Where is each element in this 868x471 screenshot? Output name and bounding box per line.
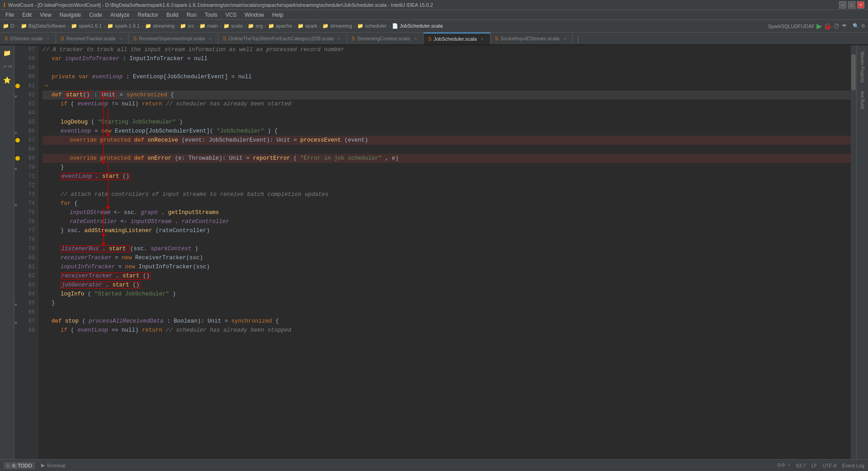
menu-file[interactable]: File <box>2 11 18 19</box>
profile-button[interactable]: ⏱ <box>833 23 840 30</box>
tab-jobscheduler[interactable]: S JobScheduler.scala × <box>424 33 491 44</box>
menu-run[interactable]: Run <box>183 11 200 19</box>
todo-tab[interactable]: 6: 6: TODO <box>4 462 35 469</box>
menu-vcs[interactable]: VCS <box>222 11 241 19</box>
minimize-button[interactable]: ─ <box>839 1 846 9</box>
code-line-71: eventLoop . start () <box>42 172 852 181</box>
fold-74[interactable]: ▼ <box>14 201 17 210</box>
tab-close-streamingcontext[interactable]: × <box>412 35 419 42</box>
fold-62[interactable]: ▼ <box>14 93 17 102</box>
tab-close-socketinput[interactable]: × <box>561 35 568 42</box>
line-num-81: 81 <box>14 262 38 271</box>
breadcrumb-src[interactable]: 📁 src <box>180 23 194 29</box>
tab-close-receiversupervisor[interactable]: × <box>207 35 213 42</box>
breadcrumb-org[interactable]: 📁 org <box>248 23 263 29</box>
breadcrumb-spark161[interactable]: 📁 spark1.6.1 <box>71 23 102 29</box>
line-num-86: 86 <box>14 308 38 317</box>
tabs-overflow-button[interactable]: ⋮ <box>575 35 582 44</box>
breadcrumb-bigdata[interactable]: 📁 BigDataSoftware <box>21 23 66 29</box>
run-button[interactable]: ▶ <box>816 22 822 30</box>
arrow-indicator-61: → <box>44 81 48 90</box>
menu-tools[interactable]: Tools <box>201 11 221 19</box>
editor-area[interactable]: 57 58 59 60 61 62 ▼ 63 64 65 66 ▼ <box>14 45 856 459</box>
breadcrumb-streaming[interactable]: 📁 streaming <box>145 23 175 29</box>
line-num-68: 68 <box>14 145 38 154</box>
maximize-button[interactable]: □ <box>848 1 855 9</box>
tab-close-dstream[interactable]: × <box>45 35 51 42</box>
code-line-66: eventLoop = new EventLoop[JobSchedulerEv… <box>42 127 852 136</box>
tab-close-receivertracker[interactable]: × <box>118 35 124 42</box>
line-num-82: 82 <box>14 271 38 281</box>
scrollbar-thumb[interactable] <box>851 54 856 90</box>
fold-85[interactable]: ▼ <box>14 301 17 310</box>
search-everywhere-button[interactable]: 🔍 <box>853 23 859 29</box>
breadcrumb-file[interactable]: 📄 JobScheduler.scala <box>392 23 443 29</box>
breadcrumb-spark-161[interactable]: 📁 spark-1.6.1 <box>107 23 140 29</box>
code-line-68 <box>42 145 852 154</box>
menu-edit[interactable]: Edit <box>19 11 35 19</box>
line-num-65: 65 <box>14 118 38 127</box>
line-num-63: 63 <box>14 100 38 109</box>
line-num-85: 85 ▼ <box>14 299 38 308</box>
breadcrumb-scala[interactable]: 📁 scala <box>223 23 243 29</box>
tab-dstream[interactable]: S DStream.scala × <box>0 33 56 44</box>
menu-view[interactable]: View <box>36 11 55 19</box>
settings-button[interactable]: ⚙ <box>861 23 865 29</box>
line-numbers: 57 58 59 60 61 62 ▼ 63 64 65 66 ▼ <box>14 45 38 459</box>
breadcrumb-d[interactable]: 📁 D: <box>3 23 15 29</box>
menu-refactor[interactable]: Refactor <box>134 11 162 19</box>
code-line-79: listenerBus . start (ssc. sparkContext ) <box>42 244 852 253</box>
sidebar-structure[interactable]: St <box>1 61 13 72</box>
breadcrumb-scheduler[interactable]: 📁 scheduler <box>357 23 387 29</box>
breadcrumb-main[interactable]: 📁 main <box>199 23 218 29</box>
coverage-button[interactable]: ☂ <box>841 23 847 30</box>
tab-streamingcontext[interactable]: S StreamingContext.scala × <box>347 33 424 44</box>
breadcrumb-right-tools: SparkSQLUDFUDAF ▶ 🐞 ⏱ ☂ 🔍 ⚙ <box>768 22 865 30</box>
cursor-position: 62:7 <box>796 463 806 468</box>
maven-projects-panel[interactable]: Maven Projects <box>859 49 866 86</box>
debug-button[interactable]: 🐞 <box>824 23 831 30</box>
close-button[interactable]: ✕ <box>857 1 864 9</box>
tab-close-jobscheduler[interactable]: × <box>479 36 486 42</box>
tab-receivertracker[interactable]: S ReceiverTracker.scala × <box>56 33 129 44</box>
fold-70[interactable]: ▼ <box>14 165 17 174</box>
code-line-85: } <box>42 299 852 308</box>
menu-build[interactable]: Build <box>163 11 182 19</box>
terminal-tab[interactable]: ▶ Terminal <box>38 461 68 469</box>
tab-receiversupervisor[interactable]: S ReceiverSupervisorImpl.scala × <box>129 33 218 44</box>
line-num-58: 58 <box>14 54 38 63</box>
sidebar-favorites[interactable]: ⭐ <box>1 74 13 86</box>
window-controls[interactable]: ─ □ ✕ <box>839 1 864 9</box>
event-log[interactable]: Event Log <box>842 463 864 468</box>
structure-icon: St <box>2 65 12 68</box>
line-num-84: 84 <box>14 290 38 299</box>
breadcrumb-streaming2[interactable]: 📁 streaming <box>322 23 352 29</box>
tab-online[interactable]: S OnlineTheTop3ItemForEachCategory2DB.sc… <box>218 33 347 44</box>
code-line-84: logInfo ( "Started JobScheduler" ) <box>42 290 852 299</box>
menu-help[interactable]: Help <box>269 11 287 19</box>
tab-socketinput[interactable]: S SocketInputDStream.scala × <box>491 33 573 44</box>
code-line-83: jobGenerator . start () <box>42 281 852 290</box>
menu-code[interactable]: Code <box>85 11 106 19</box>
tab-close-online[interactable]: × <box>336 35 342 42</box>
tab-label-jobscheduler: JobScheduler.scala <box>434 36 476 42</box>
vertical-scrollbar[interactable] <box>851 45 856 459</box>
code-line-76: rateController <- inputDStream . rateCon… <box>42 217 852 226</box>
line-num-88: 88 <box>14 326 38 335</box>
line-num-60: 60 <box>14 72 38 81</box>
breakpoint-67 <box>15 138 20 143</box>
title-bar: I WordCount - [D:\IdeaProjects\WordCount… <box>0 0 868 10</box>
listenerbus-highlight: listenerBus . start <box>61 245 130 252</box>
bottom-bar: 6: 6: TODO ▶ Terminal S中 ♀ 62:7 LF UTF-8… <box>0 459 868 471</box>
breadcrumb-spark[interactable]: 📁 spark <box>297 23 317 29</box>
line-num-72: 72 <box>14 181 38 190</box>
menu-analyze[interactable]: Analyze <box>107 11 133 19</box>
fold-87[interactable]: ▼ <box>14 319 17 328</box>
menu-navigate[interactable]: Navigate <box>56 11 85 19</box>
sidebar-project[interactable]: 📁 <box>1 47 13 59</box>
menu-window[interactable]: Window <box>241 11 268 19</box>
breadcrumb-apache[interactable]: 📁 apache <box>268 23 292 29</box>
receivertracker-start-highlight: receiverTracker . start () <box>61 272 151 280</box>
line-num-80: 80 <box>14 253 38 262</box>
ant-build-panel[interactable]: Ant Build <box>859 88 866 112</box>
